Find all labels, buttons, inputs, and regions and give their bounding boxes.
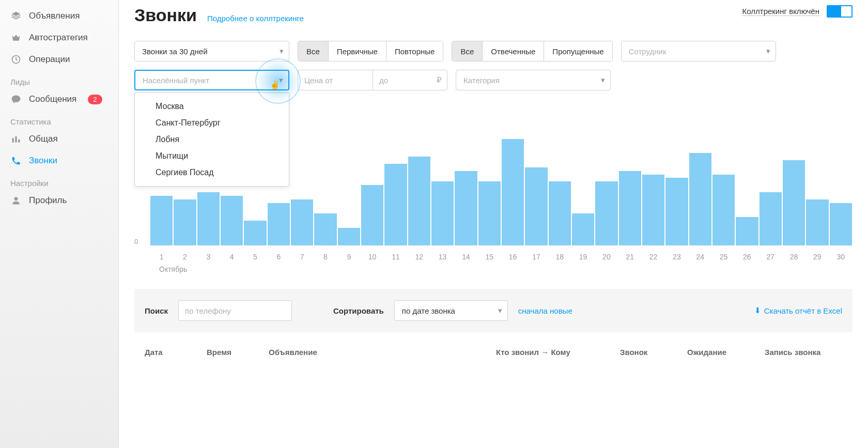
more-link[interactable]: Подробнее о коллтрекинге [207,14,304,23]
sort-field-select[interactable]: по дате звонка ▾ [394,300,508,321]
calls-table-header: Дата Время Объявление Кто звонил → Кому … [134,348,853,357]
city-option[interactable]: Санкт-Петербург [135,115,289,131]
x-tick: 18 [548,253,571,261]
col-time: Время [207,348,248,357]
chart-bar[interactable] [572,213,594,245]
city-placeholder: Населённый пункт [143,76,209,85]
sidebar-section-stats: Статистика [0,110,118,128]
chart-bar[interactable] [642,175,664,246]
sidebar-item-profile[interactable]: Профиль [0,190,118,211]
chart-bar[interactable] [478,181,501,245]
chart-bar[interactable] [455,171,477,245]
sidebar-section-settings: Настройки [0,172,118,190]
sidebar-item-label: Звонки [29,156,57,166]
chart-bar[interactable] [361,185,383,245]
city-select[interactable]: Населённый пункт ▾ ✌ [134,70,289,90]
calltracking-toggle[interactable] [827,5,853,18]
user-icon [10,195,22,206]
price-to-input[interactable]: до₽ [373,70,447,90]
sidebar-item-messages[interactable]: Сообщения 2 [0,88,118,110]
period-select[interactable]: Звонки за 30 дней ▾ [134,41,289,61]
city-option[interactable]: Мытищи [135,148,289,164]
sidebar-item-ads[interactable]: Объявления [0,5,118,27]
sidebar: Объявления Автостратегия Операции Лиды С… [0,0,119,448]
x-tick: 10 [361,253,384,261]
chart-bar[interactable] [619,171,641,245]
sidebar-item-label: Общая [29,134,58,144]
x-tick: 26 [735,253,758,261]
chart-bar[interactable] [291,199,313,245]
chart-bar[interactable] [384,164,407,245]
chevron-down-icon: ▾ [279,75,283,85]
x-tick: 4 [220,253,243,261]
x-tick: 24 [689,253,712,261]
chart-bar[interactable] [525,167,547,245]
sidebar-section-leads: Лиды [0,70,118,88]
chart-bar[interactable] [665,178,688,245]
col-record: Запись звонка [765,348,842,357]
search-input[interactable]: по телефону [178,300,292,321]
chevron-down-icon: ▾ [601,75,605,85]
sidebar-item-stats-total[interactable]: Общая [0,128,118,150]
employee-placeholder: Сотрудник [629,47,667,56]
layers-icon [10,10,22,22]
city-option[interactable]: Лобня [135,131,289,148]
type-primary[interactable]: Первичные [329,41,386,61]
sidebar-item-label: Автостратегия [29,33,88,43]
price-range: Цена от до₽ [298,70,447,90]
history-icon [10,54,22,65]
chevron-down-icon: ▾ [280,47,284,56]
sort-direction-link[interactable]: сначала новые [518,306,572,315]
status-all[interactable]: Все [452,41,483,61]
sidebar-item-operations[interactable]: Операции [0,49,118,70]
svg-point-4 [14,197,18,200]
chart-month-label: Октябрь [159,265,187,273]
chart-bar[interactable] [760,192,782,245]
chart-bar[interactable] [197,192,220,245]
chart-bar[interactable] [736,217,758,245]
chart-bar[interactable] [783,160,805,245]
sidebar-item-calls[interactable]: Звонки [0,150,118,172]
chat-icon [10,94,22,105]
employee-select[interactable]: Сотрудник ▾ [621,41,776,61]
chart-bar[interactable] [221,196,243,245]
search-sort-bar: Поиск по телефону Сортировать по дате зв… [134,289,853,332]
chart-bar[interactable] [689,153,711,245]
period-value: Звонки за 30 дней [142,47,208,56]
chart-bar[interactable] [150,196,173,245]
chart-bar[interactable] [408,157,430,245]
sidebar-item-autostrategy[interactable]: Автостратегия [0,27,118,49]
x-tick: 21 [618,253,642,261]
page-title: Звонки [134,5,197,25]
chart-bar[interactable] [712,175,735,246]
chart-bar[interactable] [595,181,617,245]
chart-bar[interactable] [502,139,524,245]
chart-bar[interactable] [338,228,360,245]
status-missed[interactable]: Пропущенные [544,41,612,61]
chart-bar[interactable] [806,199,828,245]
chart-bar[interactable] [830,203,852,246]
chart-bar[interactable] [549,181,571,245]
category-select[interactable]: Категория ▾ [456,70,611,90]
x-tick: 6 [267,253,290,261]
x-tick: 8 [314,253,337,261]
type-repeat[interactable]: Повторные [386,41,443,61]
city-option[interactable]: Москва [135,98,289,115]
chart-bar[interactable] [244,221,266,245]
ruble-icon: ₽ [437,75,442,85]
x-tick: 2 [173,253,196,261]
type-segment: Все Первичные Повторные [298,41,443,61]
x-tick: 16 [501,253,524,261]
chart-bar[interactable] [314,213,336,245]
chart-bar[interactable] [174,199,196,245]
x-tick: 28 [782,253,805,261]
price-from-input[interactable]: Цена от [298,70,373,90]
download-excel-link[interactable]: ⬇ Скачать отчёт в Excel [754,306,842,315]
x-tick: 20 [595,253,618,261]
chart-bar[interactable] [268,203,290,246]
chart-bar[interactable] [431,181,454,245]
type-all[interactable]: Все [298,41,329,61]
x-tick: 7 [290,253,314,261]
status-answered[interactable]: Отвеченные [483,41,544,61]
city-option[interactable]: Сергиев Посад [135,164,289,181]
